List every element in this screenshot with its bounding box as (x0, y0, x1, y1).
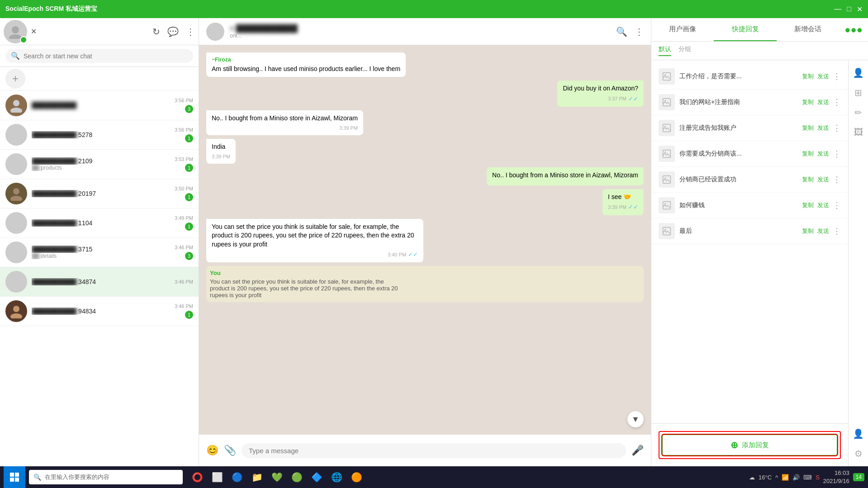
contact-item[interactable]: ██████████ 3:56 PM 3 (0, 91, 199, 120)
contact-time: 3:56 PM (175, 127, 193, 133)
message-text: I see 🤝 (608, 193, 638, 202)
message-input[interactable] (242, 443, 626, 458)
contact-info: ██████████ (32, 102, 170, 109)
add-icon: ⊕ (730, 440, 738, 450)
send-button[interactable]: 发送 (817, 201, 829, 209)
notification-badge[interactable]: 14 (853, 473, 864, 481)
taskbar-sys-icons: ☁ 16°C ^ 📶 🔊 ⌨ S (749, 474, 820, 481)
taskbar-search[interactable]: 🔍 在里输入你要搜索的内容 (29, 470, 183, 484)
contact-meta: 3:53 PM 1 (175, 156, 193, 172)
qr-more-icon[interactable]: ⋮ (833, 226, 841, 236)
volume-icon[interactable]: 🔊 (792, 474, 800, 481)
send-button[interactable]: 发送 (817, 72, 829, 81)
close-button[interactable]: ✕ (857, 5, 863, 14)
taskbar-app-1[interactable]: ⭕ (188, 466, 206, 488)
taskbar-app-6[interactable]: 🟢 (288, 466, 306, 488)
tab-new-chat[interactable]: 新增会话 (777, 18, 839, 41)
add-reply-button[interactable]: ⊕ 添加回复 (662, 435, 837, 455)
copy-button[interactable]: 复制 (802, 227, 814, 235)
copy-button[interactable]: 复制 (802, 98, 814, 106)
subtab-default[interactable]: 默认 (659, 45, 671, 56)
copy-button[interactable]: 复制 (802, 124, 814, 132)
network-icon[interactable]: 📶 (782, 474, 789, 481)
qr-text: 如何赚钱 (679, 201, 797, 209)
contact-item[interactable]: ██████████ 2109 ██ products 3:53 PM 1 (0, 150, 199, 179)
grid-icon[interactable]: ⊞ (854, 87, 862, 98)
taskbar-app-9[interactable]: 🟠 (347, 466, 365, 488)
taskbar-time[interactable]: 16:03 2021/9/16 (823, 469, 849, 485)
message-text: No.. I bought from a Miniso store in Aiz… (212, 114, 358, 123)
copy-button[interactable]: 复制 (802, 175, 814, 184)
add-chat-button[interactable]: + (5, 69, 25, 89)
contact-item[interactable]: ██████████ 3715 ██ details 3:46 PM 3 (0, 238, 199, 267)
qr-more-icon[interactable]: ⋮ (833, 175, 841, 185)
contact-item[interactable]: ██████████ 94834 3:46 PM 1 (0, 297, 199, 326)
contact-info: ██████████ 2109 ██ products (32, 157, 170, 171)
time-display: 16:03 (823, 469, 849, 477)
qr-more-icon[interactable]: ⋮ (833, 149, 841, 159)
contact-time: 3:46 PM (175, 279, 193, 284)
edit-icon[interactable]: ✏ (854, 107, 862, 118)
search-chat-icon[interactable]: 🔍 (616, 26, 627, 37)
temp-label: 16°C (759, 474, 772, 481)
contact-item[interactable]: ██████████ 34874 3:46 PM (0, 267, 199, 297)
tab-quick-reply[interactable]: 快捷回复 (714, 18, 776, 41)
contact-item[interactable]: ██████████ 20197 3:50 PM 1 (0, 179, 199, 208)
qr-more-icon[interactable]: ⋮ (833, 200, 841, 210)
send-button[interactable]: 发送 (817, 150, 829, 158)
more-tab-icon[interactable]: ●●● (839, 18, 868, 41)
microphone-icon[interactable]: 🎤 (631, 445, 644, 456)
taskbar-app-2[interactable]: ⬜ (208, 466, 226, 488)
maximize-button[interactable]: □ (847, 5, 851, 13)
sync-icon[interactable]: ↻ (152, 26, 160, 37)
qr-more-icon[interactable]: ⋮ (833, 123, 841, 133)
scroll-down-button[interactable]: ▼ (627, 411, 644, 427)
copy-button[interactable]: 复制 (802, 201, 814, 209)
more-icon[interactable]: ⋮ (186, 26, 195, 37)
copy-button[interactable]: 复制 (802, 150, 814, 158)
qr-more-icon[interactable]: ⋮ (833, 97, 841, 107)
send-button[interactable]: 发送 (817, 98, 829, 106)
message-row: India 3:39 PM (206, 139, 644, 164)
start-button[interactable] (4, 466, 25, 488)
user-icon[interactable]: 👤 (853, 67, 864, 78)
message-bubble: No.. I bought from a Miniso store in Aiz… (206, 110, 363, 135)
message-bubble: No.. I bought from a Miniso store in Aiz… (487, 167, 644, 185)
chat-header-info: + ████████████ oni... (230, 24, 298, 39)
more-chat-icon[interactable]: ⋮ (635, 26, 644, 37)
tab-user-profile[interactable]: 用户画像 (651, 18, 714, 41)
taskbar-app-7[interactable]: 🔷 (308, 466, 326, 488)
send-button[interactable]: 发送 (817, 175, 829, 184)
subtab-group[interactable]: 分组 (678, 45, 691, 56)
contact-time: 3:46 PM (175, 303, 193, 309)
send-button[interactable]: 发送 (817, 124, 829, 132)
copy-button[interactable]: 复制 (802, 72, 814, 81)
you-label: You (210, 270, 400, 276)
taskbar-app-8[interactable]: 🌐 (327, 466, 346, 488)
close-icon[interactable]: ✕ (31, 27, 37, 36)
contact-item[interactable]: ██████████ 5278 3:56 PM 1 (0, 120, 199, 150)
svg-point-31 (664, 203, 666, 204)
qr-more-icon[interactable]: ⋮ (833, 71, 841, 81)
minimize-button[interactable]: — (834, 5, 841, 13)
contact-item[interactable]: ██████████ 1104 3:49 PM 1 (0, 208, 199, 238)
unread-badge: 1 (185, 311, 193, 319)
quick-replies-list: 工作介绍，是否需要... 复制 发送 ⋮ 我们的网站+注册指南 (651, 60, 848, 423)
image-card-icon[interactable]: 🖼 (854, 127, 863, 137)
chat-icon[interactable]: 💬 (167, 26, 179, 37)
right-panel: 用户画像 快捷回复 新增会话 ●●● 默认 分组 (651, 18, 868, 466)
taskbar-app-5[interactable]: 💚 (268, 466, 286, 488)
send-button[interactable]: 发送 (817, 227, 829, 235)
settings-icon[interactable]: ⚙ (854, 448, 863, 459)
antivirus-icon[interactable]: S (816, 474, 820, 481)
svg-rect-34 (10, 473, 14, 477)
emoji-icon[interactable]: 😊 (206, 445, 218, 456)
user-profile-icon[interactable]: 👤 (853, 428, 864, 439)
self-avatar (4, 20, 27, 43)
expand-icon[interactable]: ^ (775, 474, 778, 481)
taskbar-app-3[interactable]: 🔵 (228, 466, 246, 488)
taskbar-app-4[interactable]: 📁 (248, 466, 266, 488)
attachment-icon[interactable]: 📎 (224, 445, 236, 456)
search-input[interactable] (24, 52, 188, 60)
keyboard-icon[interactable]: ⌨ (803, 474, 812, 481)
